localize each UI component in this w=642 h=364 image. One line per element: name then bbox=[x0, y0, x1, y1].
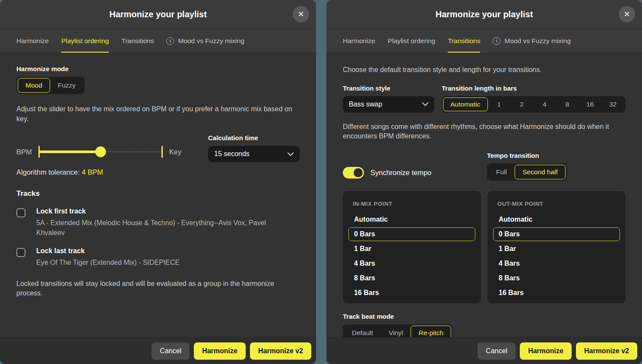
tab-transitions[interactable]: Transitions bbox=[121, 29, 154, 53]
in-mix-point-title: IN-MIX POINT bbox=[353, 201, 471, 207]
transition-length-group: Transition length in bars Automatic 1 2 … bbox=[442, 85, 626, 113]
slider-and-calculation-row: BPM Key Calculation time 15 seconds bbox=[16, 134, 300, 162]
last-track-description: Eye Of The Tiger (Extended Mix) - SIDEPI… bbox=[36, 258, 180, 267]
tab-label: Mood vs Fuzzy mixing bbox=[504, 37, 570, 45]
tab-label: Harmonize bbox=[343, 37, 375, 45]
calculation-time-value: 15 seconds bbox=[214, 150, 250, 158]
dialog-header: Harmonize your playlist ✕ bbox=[0, 0, 316, 28]
tempo-option-second-half[interactable]: Second half bbox=[515, 165, 566, 179]
tab-bar: Harmonize Playlist ordering Transitions … bbox=[0, 28, 316, 53]
out-mix-option-automatic[interactable]: Automatic bbox=[493, 213, 620, 226]
in-mix-option-16-bars[interactable]: 16 Bars bbox=[348, 286, 475, 300]
bpm-key-slider[interactable] bbox=[38, 145, 163, 158]
out-mix-point-panel: OUT-MIX POINT Automatic 0 Bars 1 Bar 4 B… bbox=[487, 191, 626, 303]
tab-label: Transitions bbox=[448, 37, 480, 45]
mode-option-mood[interactable]: Mood bbox=[18, 78, 50, 93]
close-button[interactable]: ✕ bbox=[293, 6, 309, 22]
beat-mode-option-vinyl[interactable]: Vinyl bbox=[381, 326, 411, 337]
toggle-knob bbox=[354, 168, 363, 177]
out-mix-option-0-bars[interactable]: 0 Bars bbox=[493, 227, 620, 241]
close-button[interactable]: ✕ bbox=[619, 6, 635, 22]
beat-mode-option-re-pitch[interactable]: Re-pitch bbox=[411, 326, 451, 337]
dialog-footer: Cancel Harmonize Harmonize v2 bbox=[326, 337, 642, 364]
tempo-row: Synchronize tempo Tempo transition Full … bbox=[343, 152, 626, 181]
transition-length-label: Transition length in bars bbox=[442, 85, 626, 92]
track-beat-mode-group: Track beat mode Default Vinyl Re-pitch bbox=[343, 313, 626, 337]
in-mix-option-4-bars[interactable]: 4 Bars bbox=[348, 257, 475, 270]
tab-harmonize[interactable]: Harmonize bbox=[343, 29, 375, 53]
in-mix-option-automatic[interactable]: Automatic bbox=[348, 213, 475, 226]
bpm-differences-note: Different songs come with different rhyt… bbox=[343, 122, 626, 141]
length-option-automatic[interactable]: Automatic bbox=[443, 97, 488, 111]
length-option-2[interactable]: 2 bbox=[510, 97, 533, 111]
tab-label: Playlist ordering bbox=[388, 37, 435, 45]
tab-mood-vs-fuzzy-mixing[interactable]: i Mood vs Fuzzy mixing bbox=[166, 29, 244, 53]
tempo-option-full[interactable]: Full bbox=[488, 165, 515, 179]
mode-option-fuzzy[interactable]: Fuzzy bbox=[50, 78, 83, 93]
calculation-time-select[interactable]: 15 seconds bbox=[208, 146, 300, 162]
tab-playlist-ordering[interactable]: Playlist ordering bbox=[388, 29, 435, 53]
lock-first-track-item: Lock first track 5A - Extended Mix (Melo… bbox=[16, 207, 300, 238]
synchronize-tempo-group: Synchronize tempo bbox=[343, 152, 487, 181]
lock-last-track-checkbox[interactable] bbox=[16, 248, 25, 257]
tab-mood-vs-fuzzy-mixing[interactable]: i Mood vs Fuzzy mixing bbox=[493, 29, 570, 53]
chevron-down-icon bbox=[288, 152, 294, 156]
dialog-body: Choose the default transition style and … bbox=[326, 53, 642, 337]
track-beat-mode-segmented-control: Default Vinyl Re-pitch bbox=[343, 324, 452, 337]
close-icon: ✕ bbox=[297, 9, 304, 19]
transition-length-segmented-control: Automatic 1 2 4 8 16 32 bbox=[442, 96, 626, 113]
out-mix-option-1-bar[interactable]: 1 Bar bbox=[493, 242, 620, 256]
tempo-transition-label: Tempo transition bbox=[487, 152, 626, 159]
slider-bpm-label: BPM bbox=[16, 148, 32, 156]
tempo-transition-segmented-control: Full Second half bbox=[487, 163, 567, 181]
info-icon: i bbox=[166, 37, 174, 45]
lock-first-track-label: Lock first track bbox=[36, 207, 280, 215]
length-option-32[interactable]: 32 bbox=[601, 97, 624, 111]
harmonize-button[interactable]: Harmonize bbox=[194, 342, 246, 360]
cancel-button[interactable]: Cancel bbox=[152, 342, 190, 360]
in-mix-option-8-bars[interactable]: 8 Bars bbox=[348, 271, 475, 285]
tab-playlist-ordering[interactable]: Playlist ordering bbox=[61, 29, 109, 53]
length-option-8[interactable]: 8 bbox=[556, 97, 579, 111]
tracks-heading: Tracks bbox=[16, 189, 300, 198]
tab-transitions[interactable]: Transitions bbox=[448, 29, 480, 53]
transition-style-value: Bass swap bbox=[349, 100, 382, 108]
transition-style-select[interactable]: Bass swap bbox=[343, 96, 434, 113]
in-mix-option-0-bars[interactable]: 0 Bars bbox=[348, 227, 475, 241]
first-track-description: 5A - Extended Mix (Melodic House & Techn… bbox=[36, 218, 280, 238]
transition-style-label: Transition style bbox=[343, 85, 434, 92]
harmonize-dialog-playlist-ordering: Harmonize your playlist ✕ Harmonize Play… bbox=[0, 0, 316, 364]
length-option-4[interactable]: 4 bbox=[533, 97, 556, 111]
out-mix-option-4-bars[interactable]: 4 Bars bbox=[493, 257, 620, 270]
length-option-16[interactable]: 16 bbox=[579, 97, 602, 111]
harmonize-v2-button[interactable]: Harmonize v2 bbox=[250, 342, 311, 360]
out-mix-option-16-bars[interactable]: 16 Bars bbox=[493, 286, 620, 300]
slider-key-label: Key bbox=[169, 148, 181, 156]
beat-mode-option-default[interactable]: Default bbox=[344, 326, 381, 337]
harmonize-mode-label: Harmonize mode bbox=[16, 65, 300, 72]
harmonize-v2-button[interactable]: Harmonize v2 bbox=[576, 342, 637, 360]
calculation-time-group: Calculation time 15 seconds bbox=[208, 134, 300, 162]
lock-last-track-label: Lock last track bbox=[36, 247, 180, 255]
tab-label: Mood vs Fuzzy mixing bbox=[178, 37, 244, 45]
dialog-body: Harmonize mode Mood Fuzzy Adjust the sli… bbox=[0, 53, 316, 337]
dialog-header: Harmonize your playlist ✕ bbox=[326, 0, 642, 28]
bpm-key-slider-group: BPM Key bbox=[16, 145, 181, 158]
harmonize-button[interactable]: Harmonize bbox=[520, 342, 572, 360]
tab-label: Playlist ordering bbox=[61, 37, 109, 45]
synchronize-tempo-toggle[interactable] bbox=[343, 167, 364, 179]
harmonize-dialog-transitions: Harmonize your playlist ✕ Harmonize Play… bbox=[326, 0, 642, 364]
slider-end-tick bbox=[161, 146, 163, 158]
algorithm-tolerance: Algorithm tolerance: 4 BPM bbox=[16, 168, 300, 176]
in-mix-option-1-bar[interactable]: 1 Bar bbox=[348, 242, 475, 256]
tab-harmonize[interactable]: Harmonize bbox=[16, 29, 49, 53]
cancel-button[interactable]: Cancel bbox=[478, 342, 515, 360]
length-option-1[interactable]: 1 bbox=[488, 97, 511, 111]
dialog-footer: Cancel Harmonize Harmonize v2 bbox=[0, 337, 316, 364]
tolerance-label: Algorithm tolerance: bbox=[16, 168, 80, 176]
lock-first-track-checkbox[interactable] bbox=[16, 208, 25, 217]
slider-handle[interactable] bbox=[95, 147, 106, 157]
dialog-title: Harmonize your playlist bbox=[109, 9, 207, 19]
lock-last-track-item: Lock last track Eye Of The Tiger (Extend… bbox=[16, 247, 300, 267]
out-mix-option-8-bars[interactable]: 8 Bars bbox=[493, 271, 620, 285]
